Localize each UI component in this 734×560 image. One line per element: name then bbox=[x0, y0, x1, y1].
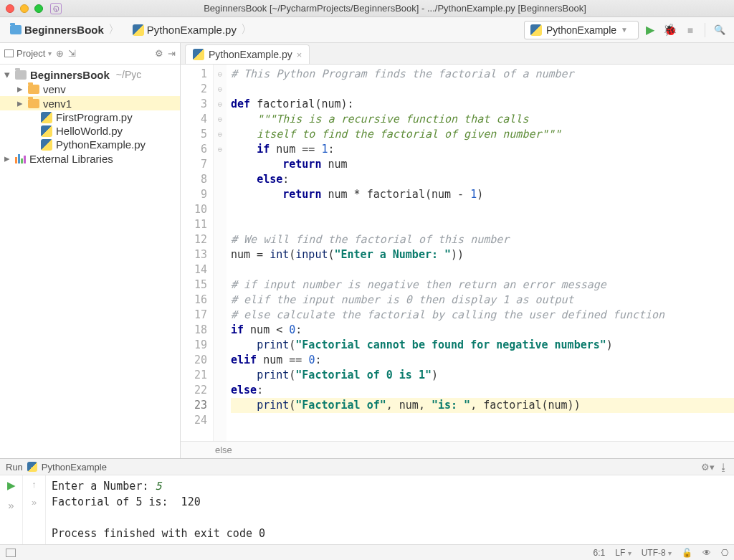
code-area[interactable]: # This Python Program finds the factoria… bbox=[227, 65, 734, 441]
dropdown-icon: ▼ bbox=[621, 26, 628, 34]
memory-icon[interactable]: ⎔ bbox=[721, 548, 728, 558]
folder-icon bbox=[10, 25, 22, 34]
zoom-window-icon[interactable] bbox=[34, 4, 43, 13]
breadcrumb-project[interactable]: BeginnersBook 〉 bbox=[6, 21, 125, 39]
tree-row[interactable]: ▾BeginnersBook~/Pyc bbox=[0, 67, 180, 82]
caret-position[interactable]: 6:1 bbox=[594, 548, 606, 558]
tree-label: venv bbox=[43, 83, 66, 95]
run-tool-window: Run PythonExample ⚙▾ ⭳ ▶ » ↑ » Enter a N… bbox=[0, 458, 734, 544]
breadcrumb-file[interactable]: PythonExample.py 〉 bbox=[128, 21, 258, 39]
chevron-right-icon[interactable]: ▸ bbox=[16, 97, 24, 110]
tree-row[interactable]: ▸External Libraries bbox=[0, 151, 180, 166]
search-button[interactable]: 🔍 bbox=[711, 22, 728, 39]
tree-row[interactable]: HelloWorld.py bbox=[0, 124, 180, 138]
status-bar: 6:1 LF ▾ UTF-8 ▾ 🔓 👁 ⎔ bbox=[0, 544, 734, 560]
run-actions-gutter-2: ↑ » bbox=[23, 475, 46, 544]
editor-tab-label: PythonExample.py bbox=[209, 49, 292, 60]
python-file-icon bbox=[193, 49, 204, 60]
chevron-right-icon: 〉 bbox=[108, 22, 120, 37]
up-stack-icon[interactable]: ↑ bbox=[32, 479, 37, 490]
python-file-icon bbox=[133, 24, 144, 36]
tree-label: BeginnersBook bbox=[30, 69, 110, 81]
run-config-name: PythonExample bbox=[42, 462, 107, 473]
python-file-icon bbox=[41, 139, 52, 151]
minimize-window-icon[interactable] bbox=[20, 4, 29, 13]
folder-icon bbox=[28, 85, 39, 94]
chevron-right-icon[interactable]: ▸ bbox=[3, 152, 11, 165]
tree-row[interactable]: ▸venv bbox=[0, 82, 180, 96]
window-titlebar: ◵ BeginnersBook [~/PycharmProjects/Begin… bbox=[0, 0, 734, 17]
run-title: Run bbox=[6, 462, 23, 473]
fold-gutter[interactable]: ⊖⊖⊖⊖⊖⊖ bbox=[214, 65, 227, 441]
tree-label: HelloWorld.py bbox=[56, 125, 123, 137]
folder-icon bbox=[28, 99, 39, 108]
debug-button[interactable]: 🐞 bbox=[662, 22, 679, 39]
tree-path: ~/Pyc bbox=[116, 69, 141, 80]
collapse-all-icon[interactable]: ⇲ bbox=[68, 48, 76, 59]
run-config-dropdown[interactable]: PythonExample ▼ bbox=[524, 21, 639, 39]
app-icon: ◵ bbox=[50, 3, 62, 14]
run-actions-gutter: ▶ » bbox=[0, 475, 23, 544]
dropdown-icon: ▾ bbox=[48, 49, 52, 57]
window-title: BeginnersBook [~/PycharmProjects/Beginne… bbox=[62, 3, 728, 14]
hide-icon[interactable]: ⇥ bbox=[168, 48, 176, 59]
project-folder-icon bbox=[15, 70, 27, 80]
project-tree[interactable]: ▾BeginnersBook~/Pyc▸venv▸venv1FirstProgr… bbox=[0, 65, 180, 169]
breadcrumb-file-label: PythonExample.py bbox=[147, 24, 237, 36]
python-file-icon bbox=[27, 462, 37, 472]
close-tab-icon[interactable]: × bbox=[297, 49, 302, 60]
code-editor[interactable]: 123456789101112131415161718192021222324 … bbox=[181, 65, 734, 441]
console-output[interactable]: Enter a Number: 5 Factorial of 5 is: 120… bbox=[46, 475, 734, 544]
file-encoding[interactable]: UTF-8 ▾ bbox=[642, 548, 672, 558]
scroll-from-source-icon[interactable]: ⊕ bbox=[56, 48, 64, 59]
tree-label: PythonExample.py bbox=[56, 138, 146, 151]
tree-row[interactable]: PythonExample.py bbox=[0, 138, 180, 151]
chevron-right-icon: 〉 bbox=[241, 22, 252, 37]
chevron-right-icon[interactable]: ▸ bbox=[16, 82, 24, 95]
python-file-icon bbox=[530, 24, 542, 36]
line-number-gutter[interactable]: 123456789101112131415161718192021222324 bbox=[181, 65, 214, 441]
traffic-lights bbox=[6, 4, 43, 13]
stop-button[interactable]: » bbox=[8, 499, 14, 511]
breadcrumb-project-label: BeginnersBook bbox=[24, 24, 104, 36]
project-view-selector[interactable]: Project ▾ bbox=[4, 48, 52, 59]
inspector-icon[interactable]: 👁 bbox=[702, 548, 711, 558]
run-header: Run PythonExample ⚙▾ ⭳ bbox=[0, 459, 734, 475]
download-icon[interactable]: ⭳ bbox=[719, 462, 728, 473]
lock-icon[interactable]: 🔓 bbox=[682, 548, 692, 558]
separator bbox=[705, 23, 705, 37]
editor-tab[interactable]: PythonExample.py × bbox=[185, 44, 310, 64]
project-tool-window: Project ▾ ⊕ ⇲ ⚙ ⇥ ▾BeginnersBook~/Pyc▸ve… bbox=[0, 43, 181, 458]
tree-label: venv1 bbox=[43, 98, 72, 110]
run-button[interactable]: ▶ bbox=[642, 22, 659, 39]
rerun-button[interactable]: ▶ bbox=[7, 479, 16, 492]
tree-row[interactable]: ▸venv1 bbox=[0, 96, 180, 110]
editor-tabstrip: PythonExample.py × bbox=[181, 43, 734, 65]
close-window-icon[interactable] bbox=[6, 4, 14, 13]
run-config-label: PythonExample bbox=[546, 24, 616, 36]
python-file-icon bbox=[41, 112, 52, 123]
tree-label: External Libraries bbox=[29, 153, 113, 165]
gear-icon[interactable]: ⚙▾ bbox=[701, 462, 715, 473]
status-panel-icon[interactable] bbox=[6, 549, 16, 557]
editor-structure-breadcrumb[interactable]: else bbox=[181, 441, 734, 458]
stop-button[interactable]: ■ bbox=[682, 22, 699, 39]
gear-icon[interactable]: ⚙ bbox=[155, 48, 163, 59]
library-icon bbox=[15, 153, 26, 163]
tree-row[interactable]: FirstProgram.py bbox=[0, 110, 180, 124]
line-separator[interactable]: LF ▾ bbox=[615, 548, 631, 558]
project-view-icon bbox=[4, 49, 14, 57]
python-file-icon bbox=[41, 125, 52, 137]
editor-area: PythonExample.py × 123456789101112131415… bbox=[181, 43, 734, 458]
more-icon[interactable]: » bbox=[32, 497, 37, 508]
tree-label: FirstProgram.py bbox=[56, 111, 133, 123]
chevron-down-icon[interactable]: ▾ bbox=[3, 68, 11, 81]
navigation-bar: BeginnersBook 〉 PythonExample.py 〉 Pytho… bbox=[0, 17, 734, 43]
project-toolbar: Project ▾ ⊕ ⇲ ⚙ ⇥ bbox=[0, 43, 180, 65]
